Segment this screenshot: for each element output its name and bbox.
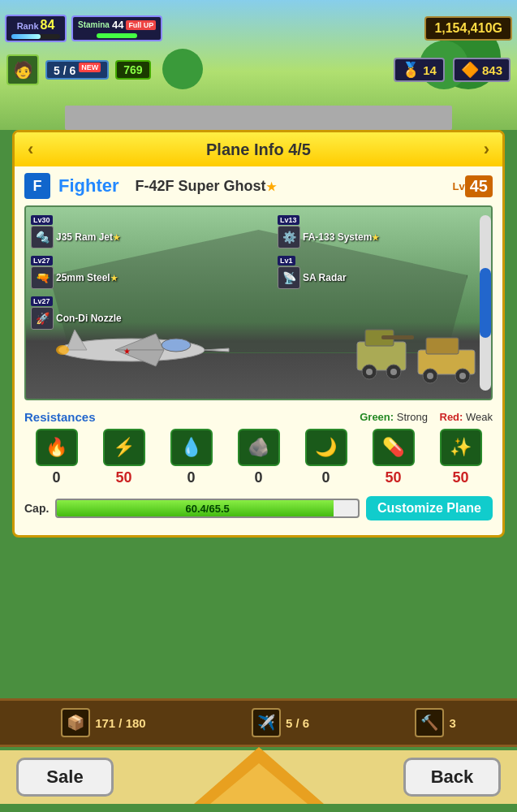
part-name-25mm: 25mm Steel★ [56,272,118,283]
plane-type-row: F Fighter F-42F Super Ghost★ Lv 45 [15,166,502,205]
lightning-icon-box: ⚡ [103,429,145,466]
rank-value: 84 [41,18,55,32]
cap-label: Cap. [24,502,49,515]
tools-icon: 🔨 [415,708,444,737]
hangar-icon: ✈️ [252,708,281,737]
gem-item: 🔶 843 [453,58,511,82]
top-hud: Rank 84 Stamina 44 Full UP 1,154,410G [0,5,517,52]
new-badge: NEW [79,63,101,72]
ground-vehicles [353,317,483,391]
stamina-label: Stamina [78,20,110,29]
part-fa133: Lv13 ⚙️ FA-133 System★ [278,215,379,248]
inventory-count: 171 / 180 [95,716,146,730]
part-icon-j35: 🔩 [31,226,54,248]
rank-bar-fill [11,34,41,39]
medal-section: 🏅 14 🔶 843 [394,58,511,82]
part-lv-25mm: Lv27 [31,256,53,266]
part-lv-condi: Lv27 [31,296,53,306]
resist-val-fire: 0 [24,469,88,486]
part-25mm: Lv27 🔫 25mm Steel★ [31,256,118,289]
hangar-item: ✈️ 5 / 6 [252,708,309,737]
second-row: 🧑 5 / 6 NEW 769 🏅 14 🔶 843 [0,52,517,88]
stamina-box: Stamina 44 Full UP [71,15,162,41]
resist-legend: Green: Strong Red: Weak [360,411,493,423]
coin-icon: 🏅 [402,61,420,79]
resist-icon-lightning: ⚡ [92,429,156,466]
plane-count: 5 / 6 [54,63,75,76]
part-lv-j35: Lv30 [31,215,53,225]
svg-point-13 [390,369,397,375]
lv-value: 45 [465,175,493,197]
score-value: 769 [123,63,142,76]
svg-text:★: ★ [123,347,131,356]
nav-left-arrow[interactable]: ‹ [28,139,33,160]
resist-val-water: 0 [159,469,223,486]
coin-item: 🏅 14 [394,58,445,82]
sale-button[interactable]: Sale [16,758,114,797]
coin-value: 14 [423,63,437,77]
cap-bar-wrap: 60.4/65.5 [55,499,360,518]
resist-val-moon: 0 [294,469,358,486]
plane-type-label: Fighter [58,175,119,197]
tools-count: 3 [449,716,455,730]
full-up-badge: Full UP [126,20,156,30]
resist-icon-pill: 💊 [361,429,425,466]
resist-val-star: 50 [429,469,493,486]
bottom-bar: 📦 171 / 180 ✈️ 5 / 6 🔨 3 [0,698,517,747]
nav-right-arrow[interactable]: › [484,139,489,160]
stamina-value: 44 [112,19,123,31]
cap-max: 65.5 [209,503,229,515]
scrollbar-thumb[interactable] [480,268,491,338]
inventory-item: 📦 171 / 180 [61,708,146,737]
part-lv-sa: Lv1 [278,256,295,266]
part-sa-radar: Lv1 📡 SA Radar [278,256,347,289]
rank-bar [11,34,60,39]
back-button[interactable]: Back [403,758,501,797]
legend-green-label: Green: [360,411,397,423]
resist-icon-fire: 🔥 [24,429,88,466]
resistance-header: Resistances Green: Strong Red: Weak [24,410,493,424]
resist-icon-star: ✨ [429,429,493,466]
inventory-icon: 📦 [61,708,90,737]
legend-strong-text: Strong [397,411,428,423]
moon-icon-box: 🌙 [305,429,347,466]
plane-image-area: Lv30 🔩 J35 Ram Jet★ Lv13 ⚙️ FA-133 Syste… [24,205,493,400]
plane-count-box: 5 / 6 NEW [45,60,109,80]
cap-text: 60.4/65.5 [57,500,358,516]
resist-val-pill: 50 [361,469,425,486]
svg-rect-14 [381,335,414,339]
resist-val-earth: 0 [226,469,291,486]
part-icon-25mm: 🔫 [31,266,54,289]
rank-box: Rank 84 [5,15,67,42]
svg-point-6 [56,345,69,355]
cap-row: Cap. 60.4/65.5 Customize Plane [15,490,502,527]
rank-label: Rank [17,21,39,31]
svg-marker-4 [67,330,87,350]
pill-icon-box: 💊 [373,429,415,466]
resist-vals-row: 0 50 0 0 0 50 50 [24,469,493,486]
svg-rect-16 [426,338,459,354]
water-icon-box: 💧 [170,429,213,466]
resist-icon-moon: 🌙 [294,429,358,466]
part-j35: Lv30 🔩 J35 Ram Jet★ [31,215,120,248]
hangar-count: 5 / 6 [286,716,309,730]
svg-point-19 [427,373,433,379]
side-scrollbar[interactable] [480,215,491,391]
type-badge: F [24,173,50,199]
resist-icon-water: 💧 [159,429,223,466]
player-icon: 🧑 [6,54,39,85]
customize-button[interactable]: Customize Plane [366,496,493,520]
resist-icons-row: 🔥 ⚡ 💧 🪨 🌙 💊 ✨ [24,429,493,466]
resistances-section: Resistances Green: Strong Red: Weak 🔥 ⚡ … [15,407,502,490]
svg-point-12 [366,369,373,375]
bottom-buttons-area: Sale Back [0,750,517,804]
part-name-fa133: FA-133 System★ [303,231,379,243]
part-lv-fa133: Lv13 [278,215,299,225]
score-box: 769 [115,60,150,80]
gem-value: 843 [482,63,502,77]
triangle-decoration-right [210,763,308,804]
part-name-sa: SA Radar [303,272,347,283]
resist-val-lightning: 50 [92,469,156,486]
svg-marker-1 [205,348,229,352]
part-name-j35: J35 Ram Jet★ [56,231,120,243]
